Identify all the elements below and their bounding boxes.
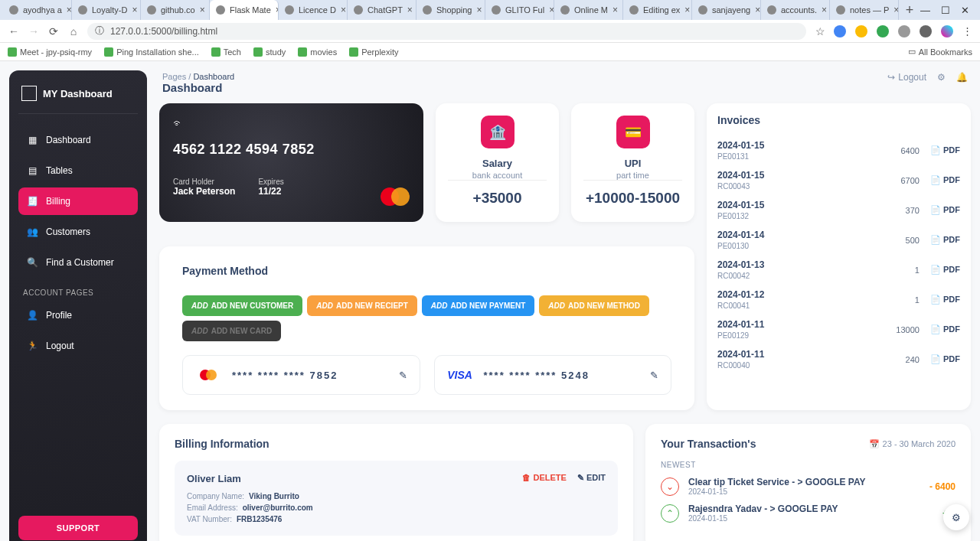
bookmark-item[interactable]: Tech bbox=[211, 47, 241, 57]
new-tab-button[interactable]: + bbox=[902, 2, 917, 18]
edit-icon[interactable]: ✎ bbox=[650, 370, 658, 381]
bookmark-item[interactable]: Meet - jpy-psiq-rmy bbox=[8, 47, 92, 57]
browser-tab[interactable]: github.co× bbox=[141, 0, 210, 20]
bookmarks-bar: Meet - jpy-psiq-rmyPing Installation she… bbox=[0, 43, 980, 61]
close-tab-icon[interactable]: × bbox=[549, 5, 554, 15]
browser-tab[interactable]: Shopping× bbox=[416, 0, 485, 20]
pdf-button[interactable]: 📄 PDF bbox=[930, 295, 960, 305]
brand-logo-icon bbox=[21, 86, 37, 101]
invoice-row: 2024-01-15PE001316400📄 PDF bbox=[717, 135, 960, 165]
browser-tab[interactable]: GLITO Ful× bbox=[485, 0, 554, 20]
sidebar: MY Dashboard ▦Dashboard▤Tables🧾Billing👥C… bbox=[9, 70, 147, 541]
add-button[interactable]: ADD ADD NEW METHOD bbox=[539, 295, 649, 316]
nav-icon: 👤 bbox=[26, 309, 38, 321]
nav-reload[interactable]: ⟳ bbox=[47, 25, 60, 37]
edit-icon[interactable]: ✎ bbox=[399, 370, 407, 381]
transaction-row: ⌃Rajesndra Yadav - > GOOGLE PAY2024-01-1… bbox=[661, 504, 956, 523]
url-bar[interactable]: ⓘ 127.0.0.1:5000/billing.html bbox=[87, 23, 806, 40]
sidebar-item-profile[interactable]: 👤Profile bbox=[18, 301, 138, 329]
close-tab-icon[interactable]: × bbox=[407, 5, 413, 15]
edit-button[interactable]: ✎ EDIT bbox=[577, 473, 606, 483]
trx-section-label: NEWEST bbox=[661, 461, 956, 469]
browser-tab[interactable]: ayodhya a× bbox=[3, 0, 72, 20]
close-tab-icon[interactable]: × bbox=[612, 5, 618, 15]
bell-icon[interactable]: 🔔 bbox=[956, 72, 968, 83]
window-close[interactable]: ✕ bbox=[961, 5, 969, 16]
add-button[interactable]: ADD ADD NEW CARD bbox=[182, 321, 281, 341]
side-panel-icon[interactable] bbox=[920, 25, 932, 37]
menu-icon[interactable]: ⋮ bbox=[962, 25, 972, 37]
invoice-row: 2024-01-15RC000436700📄 PDF bbox=[717, 165, 960, 195]
bookmark-item[interactable]: Ping Installation she... bbox=[104, 47, 199, 57]
ext-icon-3[interactable] bbox=[877, 25, 889, 37]
add-button[interactable]: ADD ADD NEW RECIEPT bbox=[307, 295, 417, 316]
close-tab-icon[interactable]: × bbox=[341, 5, 346, 15]
settings-fab[interactable]: ⚙ bbox=[943, 504, 969, 530]
support-button[interactable]: SUPPORT bbox=[18, 516, 138, 540]
invoice-row: 2024-01-14PE00130500📄 PDF bbox=[717, 225, 960, 255]
close-tab-icon[interactable]: × bbox=[822, 5, 827, 15]
pdf-button[interactable]: 📄 PDF bbox=[930, 324, 960, 334]
sidebar-item-find-a-customer[interactable]: 🔍Find a Customer bbox=[18, 249, 138, 276]
bookmark-item[interactable]: Perplexity bbox=[349, 47, 398, 57]
add-button[interactable]: ADD ADD NEW PAYMENT bbox=[422, 295, 534, 316]
extensions-icon[interactable] bbox=[898, 25, 910, 37]
browser-tab[interactable]: Flask Mate× bbox=[210, 0, 279, 20]
sidebar-item-billing[interactable]: 🧾Billing bbox=[18, 187, 138, 215]
nav-back[interactable]: ← bbox=[8, 25, 20, 37]
add-button[interactable]: ADD ADD NEW CUSTOMER bbox=[182, 295, 302, 316]
nav-icon: 🔍 bbox=[26, 256, 38, 269]
ext-icon-1[interactable] bbox=[834, 25, 846, 37]
profile-avatar[interactable] bbox=[941, 25, 953, 37]
close-tab-icon[interactable]: × bbox=[684, 5, 690, 15]
star-icon[interactable]: ☆ bbox=[814, 25, 826, 37]
close-tab-icon[interactable]: × bbox=[477, 5, 482, 15]
transaction-row: ⌄Clear tip Ticket Service - > GOOGLE PAY… bbox=[661, 477, 956, 496]
payment-method-title: Payment Method bbox=[182, 265, 671, 277]
window-maximize[interactable]: ☐ bbox=[941, 5, 950, 16]
bank-icon: 🏦 bbox=[481, 116, 514, 148]
close-tab-icon[interactable]: × bbox=[755, 5, 760, 15]
bookmark-icon bbox=[104, 47, 113, 57]
logout-button[interactable]: ↪Logout bbox=[887, 72, 926, 83]
sidebar-item-logout[interactable]: 🏃Logout bbox=[18, 332, 138, 360]
browser-tab[interactable]: Licence D× bbox=[279, 0, 348, 20]
pdf-button[interactable]: 📄 PDF bbox=[930, 265, 960, 275]
sidebar-item-customers[interactable]: 👥Customers bbox=[18, 218, 138, 246]
nav-home[interactable]: ⌂ bbox=[67, 25, 80, 37]
pdf-button[interactable]: 📄 PDF bbox=[930, 354, 960, 364]
ext-icon-2[interactable] bbox=[855, 25, 867, 37]
sidebar-item-dashboard[interactable]: ▦Dashboard bbox=[18, 126, 138, 154]
invoice-row: 2024-01-11PE0012913000📄 PDF bbox=[717, 314, 960, 344]
pdf-button[interactable]: 📄 PDF bbox=[930, 175, 960, 185]
bookmark-item[interactable]: study bbox=[253, 47, 286, 57]
invoices-panel: Invoices 2024-01-15PE001316400📄 PDF2024-… bbox=[707, 103, 971, 410]
browser-tab[interactable]: Editing ex× bbox=[623, 0, 692, 20]
close-tab-icon[interactable]: × bbox=[132, 5, 137, 15]
browser-tab[interactable]: Loyalty-D× bbox=[72, 0, 141, 20]
browser-tab[interactable]: accounts.× bbox=[761, 0, 830, 20]
pdf-button[interactable]: 📄 PDF bbox=[930, 235, 960, 245]
delete-button[interactable]: 🗑 DELETE bbox=[522, 473, 566, 483]
browser-tab[interactable]: Online M× bbox=[554, 0, 623, 20]
bookmark-icon bbox=[298, 47, 307, 57]
close-tab-icon[interactable]: × bbox=[200, 5, 205, 15]
pdf-button[interactable]: 📄 PDF bbox=[930, 205, 960, 215]
gear-icon[interactable]: ⚙ bbox=[937, 72, 946, 83]
stat-upi: 💳 UPI part time +10000-15000 bbox=[571, 103, 694, 222]
sidebar-item-tables[interactable]: ▤Tables bbox=[18, 157, 138, 184]
transactions-panel: Your Transaction's 📅 23 - 30 March 2020 … bbox=[645, 424, 971, 541]
browser-tab[interactable]: ChatGPT× bbox=[348, 0, 416, 20]
browser-tab[interactable]: notes — P× bbox=[830, 0, 899, 20]
nav-section-label: ACCOUNT PAGES bbox=[18, 279, 138, 301]
close-tab-icon[interactable]: × bbox=[67, 5, 72, 15]
info-icon: ⓘ bbox=[95, 24, 104, 37]
bookmark-icon bbox=[349, 47, 358, 57]
browser-tab[interactable]: sanjayeng× bbox=[692, 0, 761, 20]
pdf-button[interactable]: 📄 PDF bbox=[930, 145, 960, 155]
nav-forward[interactable]: → bbox=[28, 25, 40, 37]
window-minimize[interactable]: — bbox=[920, 5, 930, 16]
close-tab-icon[interactable]: × bbox=[893, 5, 899, 15]
bookmark-item[interactable]: movies bbox=[298, 47, 337, 57]
all-bookmarks[interactable]: ▭ All Bookmarks bbox=[908, 47, 972, 57]
